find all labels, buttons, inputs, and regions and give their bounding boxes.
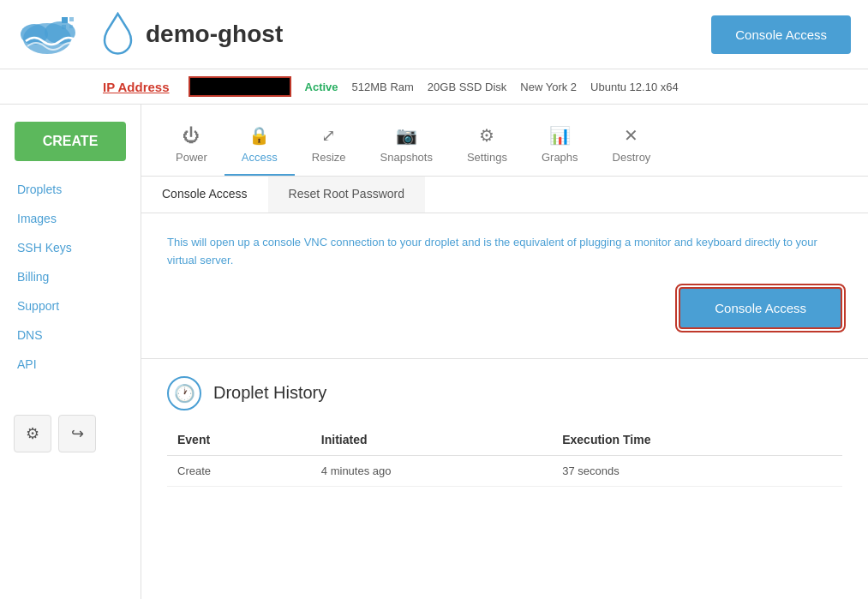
- ram-info: 512MB Ram: [352, 81, 414, 93]
- cell-execution-time: 37 seconds: [552, 455, 842, 486]
- history-section: 🕐 Droplet History Event Initiated Execut…: [141, 358, 868, 504]
- sidebar: CREATE Droplets Images SSH Keys Billing …: [0, 105, 141, 599]
- svg-rect-5: [62, 25, 66, 29]
- logo: [17, 9, 86, 60]
- tab-snapshots-label: Snapshots: [380, 151, 433, 164]
- console-btn-wrapper: Console Access: [167, 287, 842, 329]
- tab-destroy[interactable]: ✕ Destroy: [596, 118, 668, 176]
- sub-tab-navigation: Console Access Reset Root Password: [141, 177, 868, 213]
- tab-settings[interactable]: ⚙ Settings: [450, 118, 524, 176]
- svg-rect-3: [62, 17, 68, 23]
- page-title: demo-ghost: [146, 21, 283, 48]
- tab-access-label: Access: [242, 151, 278, 164]
- info-text: This will open up a console VNC connecti…: [167, 234, 842, 270]
- table-row: Create 4 minutes ago 37 seconds: [167, 455, 842, 486]
- ip-area: IP Address Active 512MB Ram 20GB SSD Dis…: [0, 69, 868, 105]
- history-table: Event Initiated Execution Time Create 4 …: [167, 424, 842, 487]
- create-button[interactable]: CREATE: [15, 122, 126, 161]
- settings-icon-btn[interactable]: ⚙: [14, 415, 51, 452]
- os-info: Ubuntu 12.10 x64: [590, 81, 679, 93]
- logout-icon: ↪: [71, 424, 84, 443]
- tab-graphs[interactable]: 📊 Graphs: [524, 118, 596, 176]
- tab-snapshots[interactable]: 📷 Snapshots: [363, 118, 450, 176]
- history-icon: 🕐: [167, 376, 201, 410]
- gear-icon: ⚙: [26, 424, 39, 443]
- tab-power-label: Power: [176, 151, 207, 164]
- sidebar-item-api[interactable]: API: [0, 350, 141, 379]
- header: demo-ghost Console Access: [0, 0, 868, 69]
- tab-navigation: ⏻ Power 🔒 Access ⤢ Resize 📷 Snapshots ⚙ …: [141, 105, 868, 177]
- graphs-icon: 📊: [549, 125, 571, 146]
- col-initiated: Initiated: [311, 424, 552, 456]
- tab-settings-label: Settings: [467, 151, 507, 164]
- tab-resize-label: Resize: [312, 151, 346, 164]
- settings-icon: ⚙: [479, 125, 494, 146]
- sidebar-item-images[interactable]: Images: [0, 204, 141, 233]
- ip-address-link[interactable]: IP Address: [103, 80, 170, 94]
- sidebar-item-support[interactable]: Support: [0, 291, 141, 320]
- destroy-icon: ✕: [624, 125, 638, 146]
- sidebar-item-droplets[interactable]: Droplets: [0, 175, 141, 204]
- logout-icon-btn[interactable]: ↪: [58, 415, 96, 452]
- col-execution-time: Execution Time: [552, 424, 842, 456]
- tab-access[interactable]: 🔒 Access: [224, 118, 295, 176]
- power-icon: ⏻: [183, 126, 200, 146]
- cell-event: Create: [167, 455, 311, 486]
- tab-resize[interactable]: ⤢ Resize: [295, 118, 363, 176]
- history-header: 🕐 Droplet History: [167, 376, 842, 410]
- tab-power[interactable]: ⏻ Power: [159, 119, 224, 176]
- lock-icon: 🔒: [248, 125, 270, 146]
- tab-destroy-label: Destroy: [613, 151, 651, 164]
- status-badge: Active: [305, 81, 338, 93]
- layout: CREATE Droplets Images SSH Keys Billing …: [0, 105, 868, 599]
- tab-graphs-label: Graphs: [542, 151, 578, 164]
- sub-tab-console-access[interactable]: Console Access: [141, 177, 268, 213]
- sidebar-nav: Droplets Images SSH Keys Billing Support…: [0, 175, 141, 379]
- svg-rect-4: [69, 17, 74, 21]
- sidebar-item-billing[interactable]: Billing: [0, 262, 141, 291]
- content-area: This will open up a console VNC connecti…: [141, 213, 868, 350]
- console-access-top-button[interactable]: Console Access: [711, 15, 851, 54]
- history-title: Droplet History: [213, 383, 326, 403]
- main-content: ⏻ Power 🔒 Access ⤢ Resize 📷 Snapshots ⚙ …: [141, 105, 868, 599]
- location-info: New York 2: [520, 81, 577, 93]
- col-event: Event: [167, 424, 311, 456]
- sub-tab-reset-password[interactable]: Reset Root Password: [268, 177, 425, 213]
- sidebar-item-dns[interactable]: DNS: [0, 320, 141, 350]
- console-access-main-button[interactable]: Console Access: [679, 287, 842, 329]
- sidebar-bottom: ⚙ ↪: [0, 404, 141, 463]
- clock-icon: 🕐: [174, 383, 195, 404]
- disk-info: 20GB SSD Disk: [428, 81, 506, 93]
- ip-address-value: [189, 76, 291, 97]
- droplet-icon: [103, 12, 133, 57]
- svg-rect-6: [69, 25, 73, 28]
- sidebar-item-ssh-keys[interactable]: SSH Keys: [0, 233, 141, 262]
- camera-icon: 📷: [396, 125, 417, 146]
- cell-initiated: 4 minutes ago: [311, 455, 552, 486]
- resize-icon: ⤢: [321, 125, 336, 146]
